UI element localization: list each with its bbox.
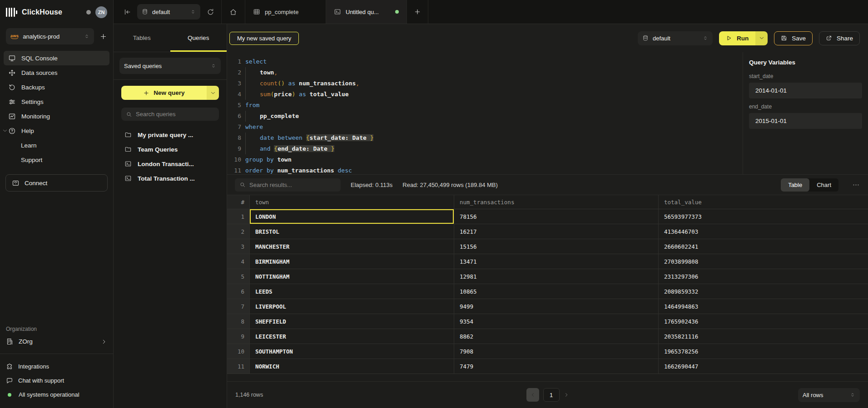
table-cell[interactable]: 4136446703	[659, 224, 868, 239]
table-cell[interactable]: 9354	[454, 314, 659, 329]
table-cell[interactable]: 1965378256	[659, 344, 868, 359]
query-list-item-london-transacti[interactable]: London Transacti...	[114, 157, 226, 171]
table-cell[interactable]: 2313297306	[659, 269, 868, 284]
table-cell[interactable]: BRISTOL	[250, 224, 454, 239]
notification-dot-icon[interactable]	[86, 10, 91, 15]
run-dropdown-button[interactable]	[755, 31, 768, 45]
query-list-item-total-transaction[interactable]: Total Transaction ...	[114, 171, 226, 186]
table-cell[interactable]: SHEFFIELD	[250, 314, 454, 329]
next-page-button[interactable]	[564, 392, 569, 398]
table-cell[interactable]: 13471	[454, 254, 659, 269]
sidebar-item-data-sources[interactable]: Data sources	[4, 65, 109, 80]
saved-query-name-pill[interactable]: My new saved query	[229, 32, 299, 45]
plus-icon	[414, 8, 421, 15]
new-query-dropdown-button[interactable]	[207, 86, 219, 100]
connect-label: Connect	[25, 180, 47, 187]
row-number-cell: 2	[227, 224, 250, 239]
column-header-town[interactable]: town	[250, 195, 454, 209]
tab-tables[interactable]: Tables	[114, 24, 170, 52]
table-cell[interactable]: 1464994863	[659, 299, 868, 314]
pagination: 1	[526, 388, 569, 402]
run-button[interactable]: Run	[719, 31, 755, 45]
query-list-item-team-queries[interactable]: Team Queries	[114, 142, 226, 157]
page-size-selector[interactable]: All rows	[798, 388, 860, 402]
new-tab-button[interactable]	[407, 0, 428, 24]
table-cell[interactable]: 10865	[454, 284, 659, 299]
table-cell[interactable]: 7479	[454, 359, 659, 374]
home-button[interactable]	[222, 0, 245, 24]
sidebar-item-backups[interactable]: Backups	[4, 80, 109, 94]
table-cell[interactable]: BIRMINGHAM	[250, 254, 454, 269]
explorer-panel: Tables Queries Saved queries New query	[114, 24, 227, 408]
organization-name: ZOrg	[19, 338, 33, 345]
column-header-num-transactions[interactable]: num_transactions	[454, 195, 659, 209]
variable-input-field-start-date[interactable]	[755, 87, 856, 94]
previous-page-button[interactable]	[526, 388, 539, 402]
row-number-cell: 7	[227, 299, 250, 314]
save-button[interactable]: Save	[774, 31, 813, 45]
table-cell[interactable]: LONDON	[250, 209, 454, 224]
table-cell[interactable]: 78156	[454, 209, 659, 224]
sql-editor[interactable]: 1select2town,3count() as num_transaction…	[227, 52, 743, 174]
editor-database-selector[interactable]: default	[638, 31, 713, 45]
table-cell[interactable]: SOUTHAMPTON	[250, 344, 454, 359]
organization-switcher[interactable]: ZOrg	[0, 338, 113, 354]
table-cell[interactable]: 8862	[454, 329, 659, 344]
query-list-item-my-private-query[interactable]: My private query ...	[114, 128, 226, 142]
sidebar-item-sql-console[interactable]: SQL Console	[4, 51, 109, 65]
sidebar-item-settings[interactable]: Settings	[4, 94, 109, 109]
table-cell[interactable]: 1765902436	[659, 314, 868, 329]
editor-tab-untitled-qu[interactable]: Untitled qu...	[326, 0, 407, 24]
sidebar-item-help[interactable]: Help	[4, 123, 109, 138]
table-cell[interactable]: 2035821116	[659, 329, 868, 344]
table-cell[interactable]: 15156	[454, 239, 659, 254]
variable-input-field-end-date[interactable]	[755, 118, 856, 124]
sidebar-footer-item-all-systems-operational[interactable]: All systems operational	[6, 388, 107, 402]
table-cell[interactable]: 1662690447	[659, 359, 868, 374]
table-cell[interactable]: LEEDS	[250, 284, 454, 299]
column-header-total-value[interactable]: total_value	[659, 195, 868, 209]
sidebar-item-support[interactable]: Support	[4, 152, 109, 167]
table-cell[interactable]: 7908	[454, 344, 659, 359]
share-button[interactable]: Share	[819, 31, 860, 45]
service-selector[interactable]: aws analytics-prod	[6, 28, 94, 44]
table-cell[interactable]: LEICESTER	[250, 329, 454, 344]
explorer-divider	[114, 79, 227, 80]
line-number: 8	[227, 133, 241, 143]
tab-queries[interactable]: Queries	[170, 24, 227, 52]
saved-queries-filter[interactable]: Saved queries	[119, 58, 221, 74]
editor-tab-pp-complete[interactable]: pp_complete	[245, 0, 326, 24]
table-cell[interactable]: 2660602241	[659, 239, 868, 254]
sidebar-footer-item-chat-with-support[interactable]: Chat with support	[6, 374, 107, 388]
sidebar-footer-item-integrations[interactable]: Integrations	[6, 359, 107, 374]
table-cell[interactable]: 12981	[454, 269, 659, 284]
table-cell[interactable]: LIVERPOOL	[250, 299, 454, 314]
tab-label: pp_complete	[265, 9, 298, 15]
sidebar-item-learn[interactable]: Learn	[4, 138, 109, 152]
folder-icon	[124, 146, 132, 153]
chevron-up-down-icon	[703, 35, 708, 41]
view-toggle-table[interactable]: Table	[781, 178, 809, 192]
new-query-button[interactable]: New query	[121, 86, 207, 100]
table-cell[interactable]: NORWICH	[250, 359, 454, 374]
table-cell[interactable]: 16217	[454, 224, 659, 239]
sidebar-item-monitoring[interactable]: Monitoring	[4, 109, 109, 123]
add-service-button[interactable]	[99, 33, 107, 40]
table-cell[interactable]: 56593977373	[659, 209, 868, 224]
table-cell[interactable]: 2703899808	[659, 254, 868, 269]
table-cell[interactable]: 9499	[454, 299, 659, 314]
connect-button[interactable]: Connect	[5, 174, 108, 192]
search-results-input[interactable]	[249, 182, 336, 188]
table-cell[interactable]: 2089859332	[659, 284, 868, 299]
table-cell[interactable]: MANCHESTER	[250, 239, 454, 254]
search-queries-input[interactable]	[136, 111, 214, 118]
refresh-icon[interactable]	[207, 8, 214, 16]
collapse-sidebar-button[interactable]	[124, 8, 131, 16]
avatar[interactable]: ZN	[95, 6, 107, 18]
database-selector[interactable]: default	[137, 4, 200, 20]
more-options-icon[interactable]	[852, 181, 860, 189]
view-toggle-chart[interactable]: Chart	[809, 178, 838, 192]
table-cell[interactable]: NOTTINGHAM	[250, 269, 454, 284]
column-header-[interactable]: #	[227, 195, 250, 209]
page-number[interactable]: 1	[543, 388, 560, 402]
